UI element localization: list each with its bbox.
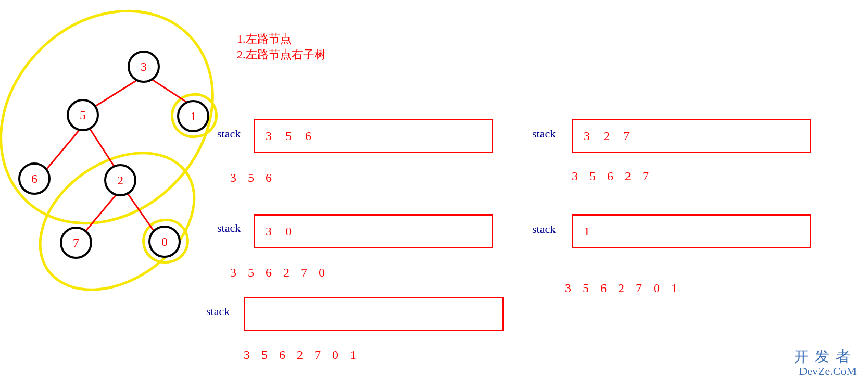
stack-label: stack: [532, 222, 556, 236]
stack-label: stack: [217, 221, 241, 235]
stack-label: stack: [206, 305, 230, 318]
watermark-line2: DevZe.CoM: [794, 364, 857, 379]
node-label: 5: [80, 108, 86, 122]
note-line1: 1.左路节点: [237, 31, 326, 47]
tree-node-3: 3: [128, 51, 160, 83]
note-text: 1.左路节点 2.左路节点右子树: [237, 31, 326, 62]
stack-output-right2: 3 5 6 2 7 0 1: [565, 281, 682, 295]
stack-content: 1: [584, 224, 595, 239]
node-label: 0: [161, 235, 168, 249]
stack-box-right1: 3 2 7: [572, 119, 811, 153]
stack-content: 3 0: [266, 224, 297, 239]
node-label: 6: [31, 172, 37, 186]
tree-node-0: 0: [148, 226, 181, 258]
stack-content: 3 5 6: [266, 129, 317, 143]
diagram-canvas: 3 5 1 6 2 7 0 1.左路节点 2.左路节点右子树 stack 3 5…: [0, 0, 868, 388]
tree-node-7: 7: [60, 227, 92, 259]
watermark-line1: 开发者: [794, 349, 857, 364]
stack-output-left1: 3 5 6: [230, 171, 276, 185]
node-label: 3: [141, 60, 147, 74]
tree-node-6: 6: [18, 162, 51, 195]
stack-box-right2: 1: [572, 214, 811, 248]
stack-label: stack: [532, 127, 556, 141]
watermark: 开发者 DevZe.CoM: [794, 349, 857, 379]
stack-box-left3: [244, 297, 504, 331]
node-label: 2: [117, 173, 123, 187]
stack-content: 3 2 7: [584, 129, 635, 143]
stack-label: stack: [217, 127, 241, 141]
tree-node-5: 5: [67, 99, 99, 131]
stack-output-right1: 3 5 6 2 7: [572, 169, 653, 183]
tree-node-1: 1: [177, 100, 209, 132]
stack-output-left2: 3 5 6 2 7 0: [230, 266, 329, 280]
stack-box-left2: 3 0: [254, 214, 493, 248]
tree-node-2: 2: [104, 164, 136, 196]
note-line2: 2.左路节点右子树: [237, 47, 326, 62]
stack-box-left1: 3 5 6: [254, 119, 493, 153]
stack-output-left3: 3 5 6 2 7 0 1: [244, 348, 360, 362]
node-label: 1: [190, 109, 196, 123]
node-label: 7: [73, 236, 79, 250]
